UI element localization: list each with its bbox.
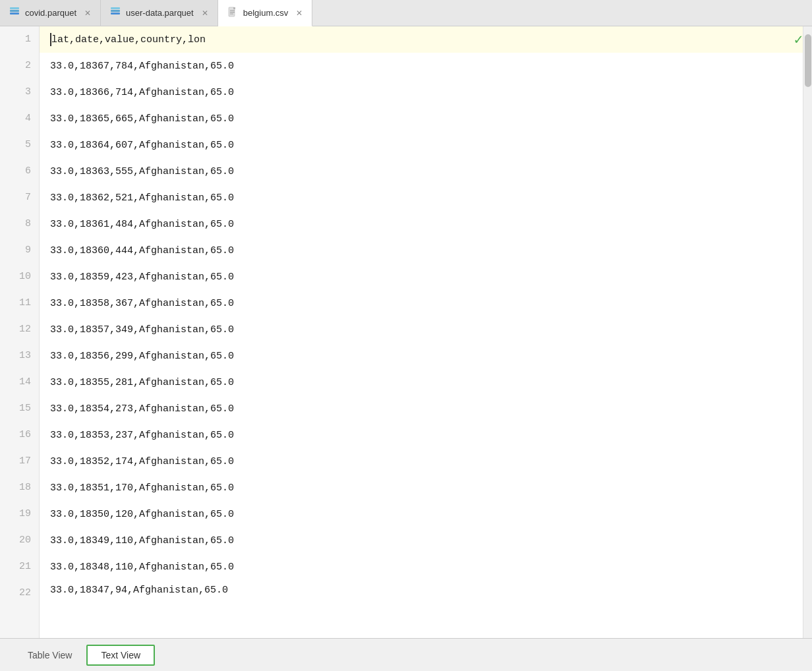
svg-rect-1 xyxy=(10,13,19,15)
line-num-3: 3 xyxy=(0,79,39,105)
code-line-14: 33.0,18355,281,Afghanistan,65.0 xyxy=(40,369,803,395)
line-num-7: 7 xyxy=(0,185,39,211)
tab-user-data-parquet[interactable]: user-data.parquet ✕ xyxy=(101,0,218,26)
editor-area: 1 2 3 4 5 6 7 8 9 10 11 12 13 14 15 16 1… xyxy=(0,26,812,638)
svg-rect-3 xyxy=(111,10,120,12)
line-num-9: 9 xyxy=(0,237,39,264)
code-line-16: 33.0,18353,237,Afghanistan,65.0 xyxy=(40,422,803,448)
code-line-3: 33.0,18366,714,Afghanistan,65.0 xyxy=(40,79,803,105)
line-num-4: 4 xyxy=(0,105,39,132)
code-line-2: 33.0,18367,784,Afghanistan,65.0 xyxy=(40,53,803,79)
code-line-1: lat,date,value,country,lon xyxy=(40,26,803,53)
code-area[interactable]: lat,date,value,country,lon 33.0,18367,78… xyxy=(40,26,803,638)
line-num-11: 11 xyxy=(0,290,39,316)
tab-close-user-data[interactable]: ✕ xyxy=(202,9,208,17)
code-line-4: 33.0,18365,665,Afghanistan,65.0 xyxy=(40,105,803,132)
line-num-19: 19 xyxy=(0,501,39,527)
tab-label-3: belgium.csv xyxy=(243,8,289,18)
code-line-8: 33.0,18361,484,Afghanistan,65.0 xyxy=(40,211,803,237)
svg-rect-2 xyxy=(10,7,19,9)
bottom-tab-table-view[interactable]: Table View xyxy=(13,645,86,666)
code-line-5: 33.0,18364,607,Afghanistan,65.0 xyxy=(40,132,803,158)
bottom-bar: Table View Text View xyxy=(0,638,812,671)
line-num-1: 1 xyxy=(0,26,39,53)
tab-belgium-csv[interactable]: belgium.csv ✕ xyxy=(218,0,313,26)
checkmark-icon: ✓ xyxy=(794,31,803,49)
tab-label: covid.parquet xyxy=(25,8,76,18)
line-num-18: 18 xyxy=(0,475,39,501)
code-line-9: 33.0,18360,444,Afghanistan,65.0 xyxy=(40,237,803,264)
svg-rect-0 xyxy=(10,10,19,12)
tab-bar: covid.parquet ✕ user-data.parquet ✕ b xyxy=(0,0,812,26)
csv-icon xyxy=(227,7,238,19)
line-num-10: 10 xyxy=(0,264,39,290)
code-line-18: 33.0,18351,170,Afghanistan,65.0 xyxy=(40,475,803,501)
tab-close-belgium[interactable]: ✕ xyxy=(296,9,303,17)
bottom-tab-text-view[interactable]: Text View xyxy=(86,645,155,666)
main-content: 1 2 3 4 5 6 7 8 9 10 11 12 13 14 15 16 1… xyxy=(0,26,812,671)
code-line-22: 33.0,18347,94,Afghanistan,65.0 xyxy=(40,580,803,600)
line-num-6: 6 xyxy=(0,158,39,185)
line-num-16: 16 xyxy=(0,422,39,448)
line-num-8: 8 xyxy=(0,211,39,237)
tab-covid-parquet[interactable]: covid.parquet ✕ xyxy=(0,0,101,26)
line-numbers: 1 2 3 4 5 6 7 8 9 10 11 12 13 14 15 16 1… xyxy=(0,26,40,638)
line-num-15: 15 xyxy=(0,395,39,422)
line-num-21: 21 xyxy=(0,554,39,580)
code-line-7: 33.0,18362,521,Afghanistan,65.0 xyxy=(40,185,803,211)
line-num-5: 5 xyxy=(0,132,39,158)
line-num-20: 20 xyxy=(0,527,39,554)
parquet-icon xyxy=(9,7,20,19)
code-line-6: 33.0,18363,555,Afghanistan,65.0 xyxy=(40,158,803,185)
line-num-17: 17 xyxy=(0,448,39,475)
code-line-17: 33.0,18352,174,Afghanistan,65.0 xyxy=(40,448,803,475)
tab-label-2: user-data.parquet xyxy=(126,8,194,18)
svg-rect-4 xyxy=(111,13,120,15)
check-icon-container: ✓ xyxy=(794,26,803,53)
code-line-20: 33.0,18349,110,Afghanistan,65.0 xyxy=(40,527,803,554)
svg-rect-5 xyxy=(111,7,120,9)
parquet-icon-2 xyxy=(110,7,121,19)
code-line-19: 33.0,18350,120,Afghanistan,65.0 xyxy=(40,501,803,527)
code-lines: lat,date,value,country,lon 33.0,18367,78… xyxy=(40,26,803,600)
code-line-11: 33.0,18358,367,Afghanistan,65.0 xyxy=(40,290,803,316)
code-line-13: 33.0,18356,299,Afghanistan,65.0 xyxy=(40,343,803,369)
scrollbar-thumb[interactable] xyxy=(805,34,811,87)
code-line-12: 33.0,18357,349,Afghanistan,65.0 xyxy=(40,316,803,343)
code-line-10: 33.0,18359,423,Afghanistan,65.0 xyxy=(40,264,803,290)
scrollbar-track[interactable] xyxy=(803,26,812,638)
line-num-13: 13 xyxy=(0,343,39,369)
code-line-15: 33.0,18354,273,Afghanistan,65.0 xyxy=(40,395,803,422)
line-num-14: 14 xyxy=(0,369,39,395)
tab-close-covid[interactable]: ✕ xyxy=(84,9,91,17)
line-num-22: 22 xyxy=(0,580,39,606)
code-line-21: 33.0,18348,110,Afghanistan,65.0 xyxy=(40,554,803,580)
line-num-2: 2 xyxy=(0,53,39,79)
line-num-12: 12 xyxy=(0,316,39,343)
